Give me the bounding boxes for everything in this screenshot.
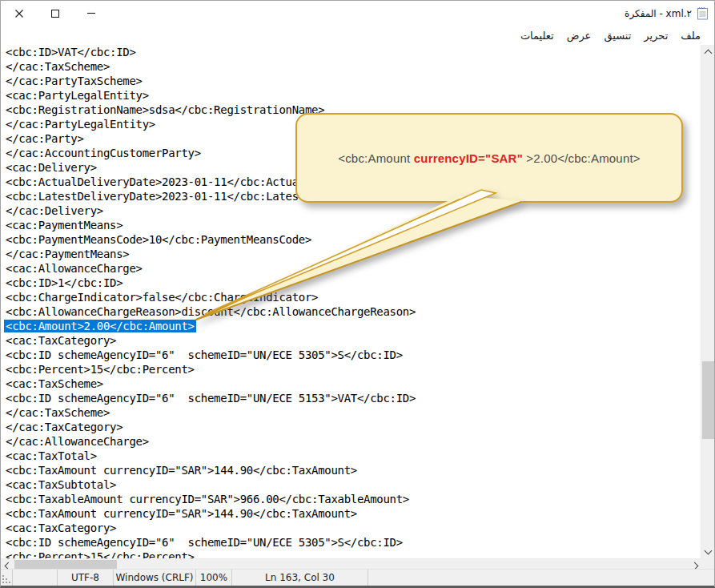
code-line: <cbc:TaxableAmount currencyID="SAR">966.… <box>2 492 702 506</box>
scroll-up-arrow-icon[interactable] <box>701 45 714 58</box>
menu-item-file[interactable]: ملف <box>674 28 707 43</box>
scroll-down-arrow-icon[interactable] <box>701 545 714 558</box>
code-line: <cac:TaxCategory> <box>2 333 702 348</box>
menu-item-edit[interactable]: تحرير <box>637 28 674 43</box>
code-line: <cbc:AllowanceChargeReason>discount</cbc… <box>2 304 702 319</box>
code-line: <cac:TaxTotal> <box>2 449 702 463</box>
title-area: ٢.xml - المفكرة <box>625 1 709 26</box>
menu-item-view[interactable]: عرض <box>560 28 598 43</box>
resize-grip[interactable] <box>1 570 13 586</box>
code-line: <cac:PartyLegalEntity> <box>2 88 702 103</box>
code-line: </cac:TaxScheme> <box>2 405 702 420</box>
window-controls <box>1 1 109 26</box>
code-line: <cbc:PaymentMeansCode>10</cbc:PaymentMea… <box>2 232 702 247</box>
status-cursor-position: Ln 163, Col 30 <box>232 570 368 586</box>
menu-item-format[interactable]: تنسيق <box>597 28 637 43</box>
minimize-button[interactable] <box>73 1 109 26</box>
callout-text: <cbc:Amount currencyID="SAR" >2.00</cbc:… <box>338 151 641 165</box>
code-line: <cac:AllowanceCharge> <box>2 261 702 276</box>
maximize-icon <box>51 10 59 18</box>
grip-dots-icon <box>2 582 4 583</box>
code-line: </cac:TaxCategory> <box>2 420 702 434</box>
code-line-selected: <cbc:Amount>2.00</cbc:Amount> <box>2 319 702 333</box>
code-line: <cbc:ID>1</cbc:ID> <box>2 276 702 290</box>
vertical-scrollbar-thumb[interactable] <box>702 361 714 439</box>
callout-highlight: currencyID="SAR" <box>414 151 523 165</box>
code-line: <cbc:ID>VAT</cbc:ID> <box>2 45 702 59</box>
vertical-scrollbar[interactable] <box>701 45 714 558</box>
notepad-icon <box>697 6 709 20</box>
code-line: <cbc:ChargeIndicator>false</cbc:ChargeIn… <box>2 290 702 304</box>
code-line: <cac:TaxSubtotal> <box>2 477 702 492</box>
close-icon <box>15 10 23 18</box>
menu-item-help[interactable]: تعليمات <box>514 28 560 43</box>
code-line: <cbc:ID schemeAgencyID="6" schemeID="UN/… <box>2 391 702 405</box>
status-line-ending: Windows (CRLF) <box>114 570 196 586</box>
code-line: <cac:PaymentMeans> <box>2 218 702 232</box>
code-line: <cbc:Percent>15</cbc:Percent> <box>2 362 702 377</box>
status-zoom-level: 100% <box>196 570 232 586</box>
status-encoding: UTF-8 <box>58 570 114 586</box>
title-bar[interactable]: ٢.xml - المفكرة <box>1 1 714 26</box>
code-line: </cac:Delivery> <box>2 203 702 218</box>
status-segment-empty <box>13 570 58 586</box>
code-line: </cac:AllowanceCharge> <box>2 434 702 449</box>
status-segment-rest <box>368 570 714 586</box>
menu-bar: ملفتحريرتنسيقعرضتعليمات <box>1 26 714 45</box>
code-line: </cac:TaxScheme> <box>2 59 702 74</box>
notepad-window: ٢.xml - المفكرة ملفتحريرتنسيقعرضتعليمات … <box>0 0 715 588</box>
code-line: </cac:PaymentMeans> <box>2 247 702 261</box>
maximize-button[interactable] <box>37 1 73 26</box>
code-line: <cac:TaxScheme> <box>2 377 702 391</box>
code-line: </cac:PartyTaxScheme> <box>2 74 702 88</box>
code-line: <cac:TaxCategory> <box>2 521 702 535</box>
code-line: <cbc:Percent>15</cbc:Percent> <box>2 550 702 558</box>
annotation-callout: <cbc:Amount currencyID="SAR" >2.00</cbc:… <box>295 113 683 203</box>
code-line: <cbc:ID schemeAgencyID="6" schemeID="UN/… <box>2 348 702 362</box>
status-bar: UTF-8 Windows (CRLF) 100% Ln 163, Col 30 <box>1 569 714 586</box>
code-line: <cbc:TaxAmount currencyID="SAR">144.90</… <box>2 506 702 521</box>
minimize-icon <box>87 12 95 14</box>
close-button[interactable] <box>1 1 37 26</box>
code-line: <cbc:TaxAmount currencyID="SAR">144.90</… <box>2 463 702 477</box>
window-title: ٢.xml - المفكرة <box>625 8 692 19</box>
code-line: <cbc:ID schemeAgencyID="6" schemeID="UN/… <box>2 535 702 550</box>
